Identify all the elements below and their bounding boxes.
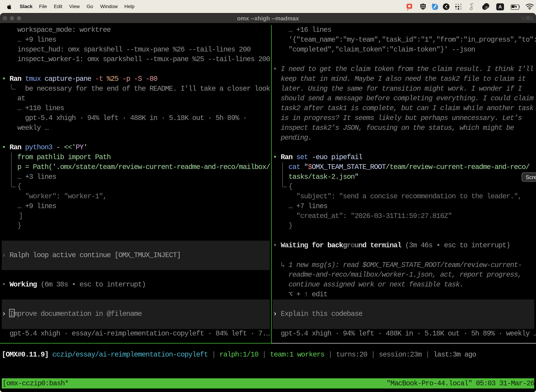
svg-text:..61: ..61 (484, 6, 489, 9)
